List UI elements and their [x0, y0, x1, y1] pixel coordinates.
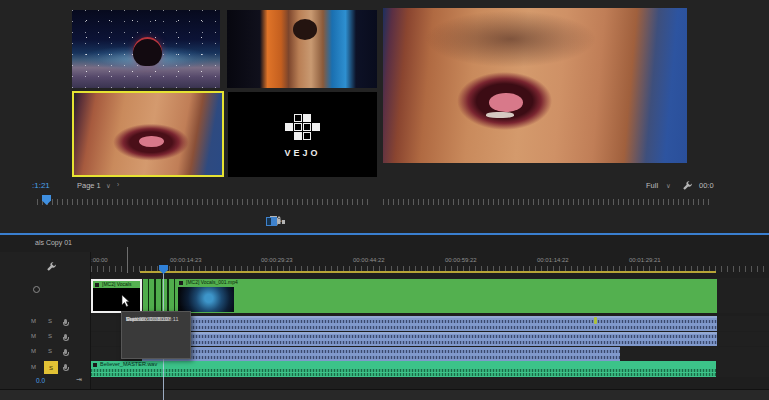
ruler-tick-label: :00:00	[91, 257, 108, 263]
multicam-angle-1[interactable]	[72, 10, 220, 88]
video-clip-selected[interactable]: [MC2] Vocals	[91, 279, 142, 313]
mute-button-a1[interactable]: M	[31, 318, 36, 324]
chevron-down-icon[interactable]: ∨	[666, 182, 671, 190]
timeline-scrollbar-area[interactable]	[0, 389, 769, 400]
multicam-angle-2[interactable]	[227, 10, 377, 88]
clip-marker[interactable]	[594, 317, 597, 324]
mouth-detail-large	[489, 93, 522, 112]
fx-badge-icon	[93, 363, 97, 367]
ruler-tick-label: 00:00:59:22	[445, 257, 477, 263]
solo-button-a3[interactable]: S	[48, 348, 52, 354]
voiceover-mic-icon-a2[interactable]	[64, 334, 67, 339]
chevron-down-icon[interactable]: ∨	[106, 182, 111, 190]
multicam-angle-3-active[interactable]	[72, 91, 224, 177]
camera-3-thumbnail	[74, 93, 222, 175]
multicam-angle-4[interactable]: VEJO	[228, 92, 377, 177]
audio-clip-a1[interactable]	[142, 316, 717, 331]
fx-badge-icon	[179, 281, 183, 285]
vejo-logo-text: VEJO	[284, 148, 320, 158]
mouse-cursor-icon	[121, 294, 131, 308]
tooltip-duration: Duration: 00:00:08:11	[126, 314, 179, 325]
video-track-output-toggle-icon[interactable]	[33, 286, 40, 293]
performer-head	[293, 19, 317, 39]
ruler-tick-label: 00:01:14:22	[537, 257, 569, 263]
solo-button-a4-active[interactable]: S	[44, 361, 58, 374]
clip-thumbnail	[178, 287, 234, 312]
premiere-multicam-workspace: VEJO :1:21 Page 1 ∨ › Full ∨ 00:0 { } ⇤ …	[0, 0, 769, 400]
sequence-tab[interactable]: als Copy 01	[35, 239, 72, 246]
work-area-bar[interactable]	[140, 271, 716, 273]
voiceover-mic-icon-a4[interactable]	[64, 364, 67, 369]
program-timecode: 00:0	[699, 181, 714, 190]
snap-playhead-icon[interactable]: ⇥	[76, 376, 82, 384]
video-clip-2[interactable]: [MC2] Vocals_001.mp4	[177, 279, 717, 313]
zoom-level-select[interactable]: Full	[646, 181, 658, 190]
clip-title-bar: [MC2] Vocals	[93, 281, 140, 288]
mouth-detail	[139, 136, 164, 147]
multicam-view-toggle[interactable]	[266, 214, 277, 228]
vejo-logo-icon	[285, 114, 321, 141]
program-monitor-video[interactable]	[383, 8, 687, 163]
clip-info-tooltip: Vejobs Start: 00:00:00:00 End: 00:00:08:…	[121, 311, 191, 359]
source-scrubber[interactable]	[37, 199, 368, 205]
seated-figure	[133, 37, 163, 67]
mute-button-a4[interactable]: M	[31, 364, 36, 370]
clip-title-bar: [MC2] Vocals_001.mp4	[177, 279, 717, 286]
page-selector[interactable]: Page 1	[77, 181, 101, 190]
fx-badge-icon	[95, 283, 99, 287]
playback-speed-indicator[interactable]: 0.0	[36, 377, 45, 384]
voiceover-mic-icon-a1[interactable]	[64, 319, 67, 324]
ruler-tick-label: 00:00:29:23	[261, 257, 293, 263]
vejo-logo-card: VEJO	[228, 92, 377, 177]
multicam-icon	[266, 217, 277, 226]
ruler-tick-label: 00:00:14:23	[170, 257, 202, 263]
program-frame	[383, 8, 687, 163]
ruler-tick-label: 00:00:44:22	[353, 257, 385, 263]
audio-clip-a2[interactable]	[142, 332, 717, 346]
ruler-tick-label: 00:01:29:21	[629, 257, 661, 263]
mute-button-a2[interactable]: M	[31, 333, 36, 339]
edit-point-line	[127, 247, 128, 273]
source-timecode[interactable]: :1:21	[32, 181, 50, 190]
teeth-detail	[486, 112, 513, 118]
mute-button-a3[interactable]: M	[31, 348, 36, 354]
clip-title-bar: Believer_MASTER.wav	[91, 361, 716, 368]
next-page-icon[interactable]: ›	[117, 181, 119, 188]
voiceover-mic-icon-a3[interactable]	[64, 349, 67, 354]
program-scrubber[interactable]	[383, 199, 713, 205]
solo-button-a1[interactable]: S	[48, 318, 52, 324]
audio-clip-a3[interactable]: Vocals_001.mp4	[142, 347, 620, 361]
multicam-cut-segments[interactable]	[143, 279, 177, 313]
solo-button-a2[interactable]: S	[48, 333, 52, 339]
audio-clip-a4[interactable]: Believer_MASTER.wav	[91, 361, 716, 377]
transport-controls: { } ⇤ ◂ ■ ▸ ⇥	[266, 211, 556, 231]
